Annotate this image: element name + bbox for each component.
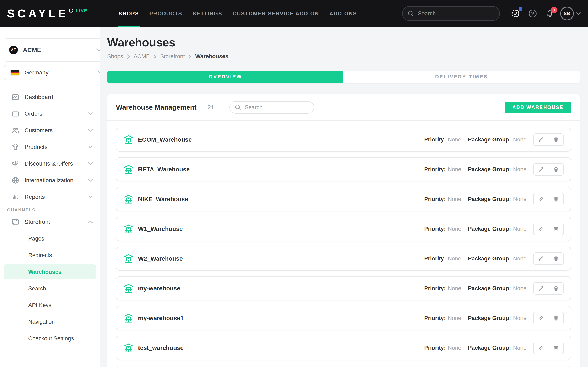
svg-text:?: ? [531, 11, 534, 16]
row-actions [533, 252, 564, 265]
edit-button[interactable] [533, 253, 548, 264]
table-row[interactable]: RETA_Warehouse Priority: None Package Gr… [116, 157, 571, 181]
notifications-button[interactable]: 1 [545, 9, 554, 18]
edit-button[interactable] [533, 223, 548, 235]
priority-label: Priority: [424, 315, 446, 321]
table-row[interactable]: W1_Warehouse Priority: None Package Grou… [116, 217, 571, 241]
package-group-value: None [513, 315, 526, 321]
tab-delivery-times[interactable]: DELIVERY TIMES [343, 71, 580, 83]
priority-value: None [448, 226, 461, 232]
pencil-icon [538, 196, 544, 202]
table-row[interactable] [116, 366, 571, 367]
priority-label: Priority: [424, 166, 446, 173]
pencil-icon [538, 256, 544, 262]
warehouse-name: NIKE_Warehouse [138, 196, 188, 203]
sidebar-item-api-keys[interactable]: API Keys [0, 297, 100, 314]
delete-button[interactable] [548, 283, 564, 294]
warehouse-icon [123, 194, 134, 205]
edit-button[interactable] [533, 164, 548, 175]
breadcrumb-storefront[interactable]: Storefront [160, 53, 185, 60]
table-row[interactable]: my-warehouse1 Priority: None Package Gro… [116, 306, 571, 330]
topbar: SCAYLE LIVE SHOPS PRODUCTS SETTINGS CUST… [0, 0, 588, 27]
warehouse-search[interactable] [229, 101, 314, 114]
row-meta: Priority: None Package Group: None [424, 133, 564, 146]
sidebar-item-orders[interactable]: Orders [0, 106, 100, 122]
topnav-settings[interactable]: SETTINGS [193, 0, 222, 27]
chevron-up-icon [88, 221, 93, 224]
sidebar-item-redirects[interactable]: Redirects [0, 247, 100, 264]
products-icon [11, 143, 20, 151]
breadcrumb-acme[interactable]: ACME [134, 53, 150, 60]
priority-label: Priority: [424, 226, 446, 232]
priority-value: None [448, 345, 461, 351]
table-row[interactable]: test_warehouse Priority: None Package Gr… [116, 336, 571, 360]
help-button[interactable]: ? [528, 9, 537, 18]
delete-button[interactable] [548, 342, 564, 354]
warehouse-management-panel: Warehouse Management 21 ADD WAREHOUSE EC… [107, 94, 580, 367]
scayle-logo[interactable]: SCAYLE LIVE [7, 0, 88, 27]
delete-button[interactable] [548, 312, 564, 324]
sidebar-item-navigation[interactable]: Navigation [0, 314, 100, 330]
warehouse-name: test_warehouse [138, 344, 184, 351]
priority-value: None [448, 196, 461, 202]
shop-avatar: AE [9, 46, 18, 54]
topnav-products[interactable]: PRODUCTS [149, 0, 182, 27]
table-row[interactable]: ECOM_Warehouse Priority: None Package Gr… [116, 127, 571, 152]
sidebar-item-search[interactable]: Search [0, 280, 100, 297]
sidebar-item-checkout-settings[interactable]: Checkout Settings [0, 330, 100, 347]
topnav-shops[interactable]: SHOPS [119, 0, 139, 27]
global-search[interactable] [402, 6, 500, 21]
delete-button[interactable] [548, 164, 564, 175]
chevron-right-icon [154, 54, 156, 59]
chevron-down-icon [88, 129, 93, 132]
sidebar-item-discounts-offers[interactable]: Discounts & Offers [0, 155, 100, 172]
edit-button[interactable] [533, 342, 548, 354]
edit-button[interactable] [533, 134, 548, 145]
add-warehouse-button[interactable]: ADD WAREHOUSE [505, 101, 571, 113]
trash-icon [553, 345, 559, 351]
pencil-icon [538, 315, 544, 321]
delete-button[interactable] [548, 253, 564, 264]
sidebar-item-reports[interactable]: Reports [0, 189, 100, 205]
delete-button[interactable] [548, 193, 564, 205]
edit-button[interactable] [533, 283, 548, 294]
topnav-customer-service-add-on[interactable]: CUSTOMER SERVICE ADD-ON [233, 0, 319, 27]
sidebar-item-dashboard[interactable]: Dashboard [0, 89, 100, 106]
topnav-add-ons[interactable]: ADD-ONS [330, 0, 357, 27]
delete-button[interactable] [548, 223, 564, 235]
activity-status-button[interactable] [511, 9, 520, 18]
row-meta: Priority: None Package Group: None [424, 163, 564, 175]
sidebar-item-warehouses[interactable]: Warehouses [4, 264, 96, 279]
topbar-right: ? 1 SB [402, 0, 580, 27]
edit-button[interactable] [533, 312, 548, 324]
sidebar-item-products[interactable]: Products [0, 139, 100, 155]
row-meta: Priority: None Package Group: None [424, 282, 564, 295]
table-row[interactable]: W2_Warehouse Priority: None Package Grou… [116, 247, 571, 271]
country-selector[interactable]: Germany [4, 65, 100, 80]
package-group-value: None [513, 136, 526, 143]
tab-overview[interactable]: OVERVIEW [107, 71, 343, 83]
sidebar-item-storefront[interactable]: Storefront [0, 214, 100, 230]
warehouse-name: W1_Warehouse [138, 225, 183, 232]
table-row[interactable]: my-warehouse Priority: None Package Grou… [116, 276, 571, 300]
breadcrumb-warehouses: Warehouses [195, 53, 229, 60]
global-search-input[interactable] [417, 10, 481, 17]
user-menu[interactable]: SB [560, 7, 580, 20]
edit-button[interactable] [533, 193, 548, 205]
live-badge: LIVE [76, 8, 88, 14]
sidebar-item-customers[interactable]: Customers [0, 122, 100, 139]
table-row[interactable]: NIKE_Warehouse Priority: None Package Gr… [116, 187, 571, 211]
warehouse-search-input[interactable] [244, 104, 308, 111]
warehouse-icon [123, 283, 134, 294]
warehouse-icon [123, 313, 134, 324]
shop-selector[interactable]: AE ACME [4, 38, 100, 62]
globe-icon [11, 176, 20, 184]
sidebar-item-pages[interactable]: Pages [0, 230, 100, 247]
bar-chart-icon [11, 193, 20, 201]
delete-button[interactable] [548, 134, 564, 145]
package-group-value: None [513, 196, 526, 202]
help-icon: ? [528, 9, 537, 18]
sidebar-item-internationalization[interactable]: Internationalization [0, 172, 100, 189]
warehouse-name: W2_Warehouse [138, 255, 183, 262]
breadcrumb-shops[interactable]: Shops [107, 53, 123, 60]
